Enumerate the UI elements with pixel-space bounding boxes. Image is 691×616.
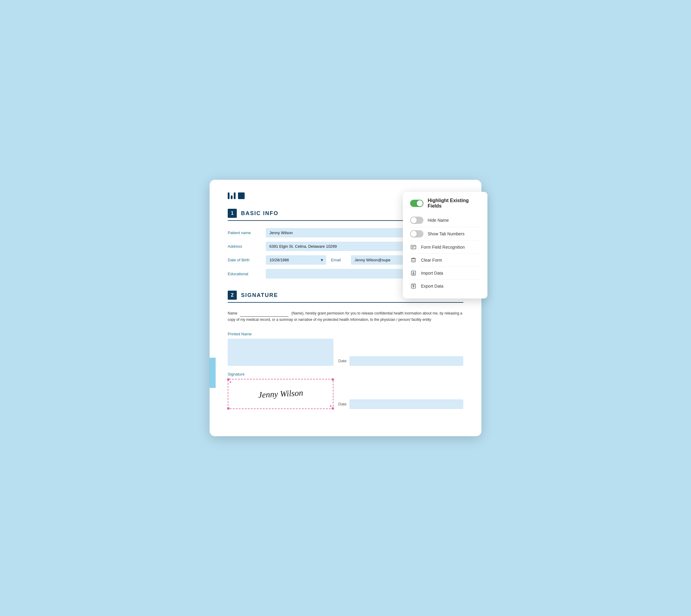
- section-title-1: BASIC INFO: [241, 210, 278, 217]
- sig-corner-tr: [332, 378, 334, 381]
- printed-name-box[interactable]: [228, 339, 333, 366]
- sig-date-area: Date: [338, 399, 463, 409]
- patient-name-label: Patient name: [228, 230, 261, 235]
- dob-input[interactable]: [269, 258, 320, 262]
- dob-label: Date of Birth: [228, 258, 261, 262]
- printed-name-section: Printed Name Date: [228, 332, 463, 366]
- import-data-item[interactable]: Import Data: [410, 267, 480, 280]
- sig-corner-tl: [227, 378, 229, 381]
- import-data-icon: [410, 270, 417, 277]
- dropdown-panel: Highlight Existing Fields Hide Name Show…: [403, 192, 487, 299]
- form-field-label: Form Field Recognition: [421, 245, 465, 249]
- toggle-knob-2: [411, 217, 417, 223]
- export-data-item[interactable]: Export Data: [410, 280, 480, 292]
- name-underline: [240, 310, 288, 316]
- consent-text: Name (Name), hereby grant permission for…: [228, 310, 463, 323]
- signature-label: Signature: [228, 372, 463, 376]
- export-data-icon: [410, 283, 417, 289]
- logo-area: [228, 193, 245, 199]
- form-field-item[interactable]: Form Field Recognition: [410, 241, 480, 254]
- svg-rect-0: [411, 245, 416, 249]
- highlight-label: Highlight Existing Fields: [428, 198, 480, 209]
- hide-name-toggle[interactable]: [410, 217, 423, 224]
- left-accent: [209, 358, 216, 388]
- form-field-icon: [410, 244, 417, 250]
- logo-bar-2: [231, 196, 232, 199]
- date-input-2[interactable]: [350, 399, 463, 409]
- name-line: Name (Name), hereby grant permission for…: [228, 311, 462, 322]
- highlight-toggle[interactable]: [410, 200, 423, 207]
- toggle-knob-3: [411, 231, 417, 237]
- section-signature: 2 SIGNATURE Name (Name), hereby grant pe…: [228, 291, 463, 409]
- email-label: Email: [331, 258, 346, 262]
- dob-dropdown-arrow[interactable]: ▼: [320, 258, 324, 262]
- printed-name-label: Printed Name: [228, 332, 463, 336]
- date-input-1[interactable]: [350, 356, 463, 366]
- section-title-2: SIGNATURE: [241, 292, 278, 299]
- import-data-label: Import Data: [421, 271, 443, 276]
- sig-corner-br: [332, 407, 334, 410]
- sig-corner-bl: [227, 407, 229, 410]
- show-tab-label: Show Tab Numbers: [428, 232, 465, 236]
- hide-name-item[interactable]: Hide Name: [410, 214, 480, 227]
- date-label-2: Date: [338, 402, 347, 406]
- logo-bars: [228, 193, 236, 199]
- clear-form-item[interactable]: Clear Form: [410, 254, 480, 267]
- toggle-knob: [417, 200, 423, 206]
- outer-container: Highlight Existing Fields Hide Name Show…: [209, 180, 482, 436]
- highlight-row: Highlight Existing Fields: [410, 198, 480, 209]
- name-word: Name: [228, 311, 237, 315]
- signature-section: Signature Jenny Wilson Date: [228, 372, 463, 409]
- logo-square: [238, 193, 245, 199]
- educational-label: Educational: [228, 271, 261, 276]
- printed-name-date-row: Date: [228, 339, 463, 366]
- logo-bar-3: [234, 193, 236, 199]
- hide-name-label: Hide Name: [428, 218, 449, 223]
- signature-date-row: Jenny Wilson Date: [228, 379, 463, 409]
- signature-box[interactable]: Jenny Wilson: [228, 379, 333, 409]
- show-tab-item[interactable]: Show Tab Numbers: [410, 227, 480, 241]
- section-number-2: 2: [228, 291, 237, 300]
- show-tab-toggle[interactable]: [410, 230, 423, 238]
- clear-form-label: Clear Form: [421, 258, 442, 263]
- signature-text: Jenny Wilson: [258, 388, 303, 400]
- logo-bar-1: [228, 193, 229, 199]
- export-data-label: Export Data: [421, 284, 443, 288]
- dob-input-wrapper: ▼: [266, 255, 326, 265]
- clear-form-icon: [410, 257, 417, 263]
- section-number-1: 1: [228, 209, 237, 218]
- address-label: Address: [228, 244, 261, 249]
- date-area: Date: [338, 356, 463, 366]
- date-label-1: Date: [338, 359, 347, 363]
- svg-rect-3: [411, 259, 415, 262]
